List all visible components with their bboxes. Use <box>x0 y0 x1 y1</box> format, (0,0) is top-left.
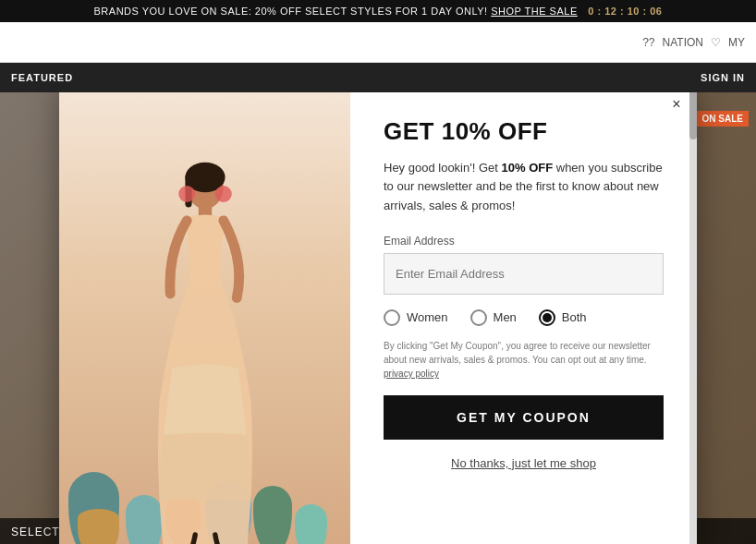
modal-dialog: × <box>59 92 697 544</box>
close-icon: × <box>672 96 680 113</box>
top-banner: BRANDS YOU LOVE ON SALE: 20% OFF SELECT … <box>0 0 756 22</box>
radio-label-both: Both <box>562 310 587 324</box>
nav-icon-help: ?? <box>642 36 654 49</box>
tab-featured[interactable]: FEATURED <box>11 72 73 83</box>
nav-my[interactable]: MY <box>728 36 745 49</box>
email-input[interactable] <box>384 253 664 295</box>
subtitle-plain: Hey good lookin'! Get <box>384 161 502 175</box>
modal-close-button[interactable]: × <box>665 93 688 115</box>
nav-nation[interactable]: NATION <box>663 36 703 49</box>
nav-right: ?? NATION ♡ MY <box>642 36 745 49</box>
scrollbar-thumb <box>689 92 697 139</box>
radio-group: Women Men Both <box>384 309 664 326</box>
nav-bar: ?? NATION ♡ MY <box>0 22 756 63</box>
countdown-timer: 0 : 12 : 10 : 06 <box>588 6 662 17</box>
page-content: ON SALE SELECT STYLES FROM $0 LV/+ × <box>0 92 756 544</box>
modal-content-panel: GET 10% OFF Hey good lookin'! Get 10% OF… <box>350 92 697 544</box>
radio-label-women: Women <box>407 310 448 324</box>
modal-title: GET 10% OFF <box>384 117 664 146</box>
privacy-policy-link[interactable]: privacy policy <box>384 369 439 379</box>
vase-gold <box>78 509 119 545</box>
modal-image-panel <box>59 92 350 544</box>
shop-sale-link[interactable]: SHOP THE SALE <box>491 6 578 17</box>
radio-option-men[interactable]: Men <box>470 309 517 326</box>
get-coupon-button[interactable]: GET MY COUPON <box>384 395 664 440</box>
no-thanks-link[interactable]: No thanks, just let me shop <box>384 456 664 470</box>
radio-circle-women <box>384 309 400 326</box>
radio-option-women[interactable]: Women <box>384 309 448 326</box>
tab-sign-in[interactable]: SIGN IN <box>701 72 745 83</box>
svg-point-5 <box>214 186 231 202</box>
modal-scrollbar[interactable] <box>689 92 697 544</box>
nav-heart-icon: ♡ <box>711 36 721 49</box>
modal-subtitle: Hey good lookin'! Get 10% OFF when you s… <box>384 159 664 216</box>
banner-text: BRANDS YOU LOVE ON SALE: 20% OFF SELECT … <box>94 6 488 17</box>
email-label: Email Address <box>384 235 664 248</box>
radio-option-both[interactable]: Both <box>539 309 587 326</box>
nav-tabs: FEATURED SIGN IN <box>0 63 756 92</box>
svg-point-4 <box>178 186 195 202</box>
subtitle-bold: 10% OFF <box>502 161 554 175</box>
fine-print: By clicking "Get My Coupon", you agree t… <box>384 339 664 381</box>
radio-circle-both <box>539 309 555 326</box>
radio-circle-men <box>470 309 487 326</box>
model-figure <box>122 149 288 545</box>
vase-teal-right <box>295 504 327 545</box>
radio-label-men: Men <box>494 310 517 324</box>
modal-overlay: × <box>0 92 756 544</box>
